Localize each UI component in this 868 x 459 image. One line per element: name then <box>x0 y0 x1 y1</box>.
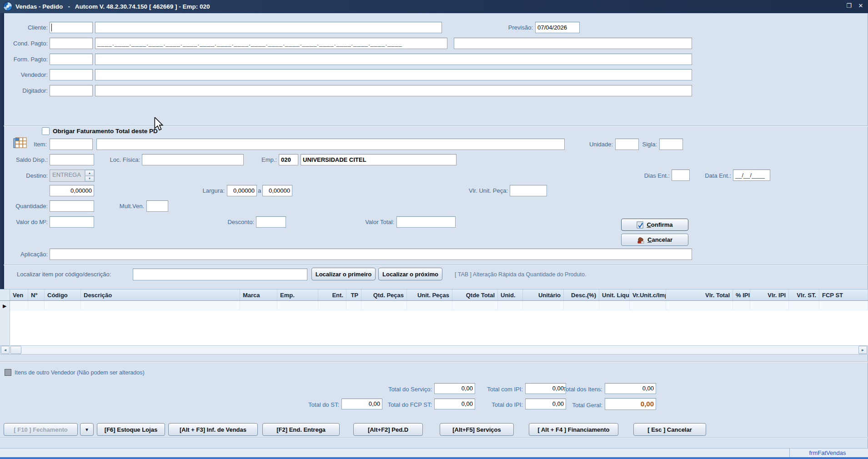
destino-spinner[interactable]: ENTREGA ▲ ▼ <box>50 170 95 182</box>
form-pagto-code-input[interactable] <box>50 54 93 65</box>
grid-column-header-7[interactable]: TP <box>346 289 361 300</box>
fechamento-dropdown-button[interactable]: ▼ <box>80 423 94 436</box>
scroll-right-icon[interactable]: ► <box>858 346 867 354</box>
cliente-name-input[interactable] <box>95 22 442 33</box>
cancelar-button[interactable]: Cancelar <box>621 234 688 246</box>
valor-total-input[interactable] <box>396 216 456 228</box>
grid-column-header-5[interactable]: Emp. <box>277 289 318 300</box>
mult-ven-input[interactable] <box>146 200 168 212</box>
grid-empty-cell-8 <box>361 301 407 310</box>
grid-column-header-20[interactable]: FCP ST <box>819 289 868 300</box>
grid-empty-cell-15 <box>630 301 666 310</box>
destino-spin-up-icon[interactable]: ▲ <box>85 170 94 176</box>
footer-button-altf3-inf-vendas[interactable]: [Alt + F3] Inf. de Vendas <box>168 423 258 436</box>
data-ent-input[interactable]: __/__/____ <box>733 170 770 181</box>
largura-ate-input[interactable]: 0,00000 <box>262 185 292 196</box>
footer-button-altf5-label: [Alt+F5] Serviços <box>452 426 501 433</box>
footer-button-altf5-servicos[interactable]: [Alt+F5] Serviços <box>440 423 514 436</box>
totals-section-divider <box>0 361 868 362</box>
largura-de-input[interactable]: 0,00000 <box>227 185 257 196</box>
grid-empty-cell-11 <box>498 301 523 310</box>
mouse-cursor <box>154 117 164 131</box>
grid-column-header-6[interactable]: Ent. <box>318 289 346 300</box>
confirma-button[interactable]: Confirma <box>621 219 688 231</box>
current-row-marker-icon: ▶ <box>3 303 6 309</box>
metragem-input[interactable]: 0,00000 <box>50 185 94 196</box>
grid-empty-cell-20 <box>819 301 868 310</box>
footer-button-esc-cancelar[interactable]: [ Esc ] Cancelar <box>633 423 706 436</box>
cond-pagto-mask-input[interactable]: ____.____.____.____.____.____.____.____.… <box>95 38 447 49</box>
sigla-input[interactable] <box>659 139 683 150</box>
destino-spin-down-icon[interactable]: ▼ <box>85 176 94 182</box>
previsao-input[interactable]: 07/04/2026 <box>535 22 580 33</box>
item-desc-input[interactable] <box>96 139 565 150</box>
grid-horizontal-scrollbar[interactable]: ◄ ► <box>0 345 868 354</box>
grid-empty-row[interactable] <box>10 301 868 310</box>
restore-window-icon[interactable]: ❐ <box>844 2 854 9</box>
grid-column-header-2[interactable]: Código <box>45 289 81 300</box>
vendedor-name-input[interactable] <box>95 69 692 80</box>
grid-column-header-14[interactable]: Unit. Líquido <box>599 289 630 300</box>
grid-column-header-3[interactable]: Descrição <box>81 289 240 300</box>
grid-column-header-17[interactable]: % IPI <box>733 289 750 300</box>
search-input[interactable] <box>133 269 307 280</box>
unidade-input[interactable] <box>615 139 639 150</box>
window-title: Vendas - Pedido - Autcom V. 48.2.30.74.1… <box>15 3 210 10</box>
find-next-button-label: Localizar o próximo <box>382 271 438 278</box>
aplicacao-input[interactable] <box>50 249 692 260</box>
form-pagto-desc-input[interactable] <box>95 54 692 65</box>
confirm-check-icon <box>637 221 644 229</box>
vendedor-code-input[interactable] <box>50 69 93 80</box>
footer-button-f2-end-entrega[interactable]: [F2] End. Entrega <box>262 423 340 436</box>
footer-button-altf2-pedd[interactable]: [Alt+F2] Ped.D <box>353 423 423 436</box>
grid-column-header-8[interactable]: Qtd. Peças <box>361 289 407 300</box>
loc-fisica-input[interactable] <box>142 154 244 165</box>
grid-column-header-1[interactable]: Nº <box>28 289 45 300</box>
footer-button-esc-label: [ Esc ] Cancelar <box>647 426 692 433</box>
footer-button-f6-estoque-lojas[interactable]: [F6] Estoque Lojas <box>97 423 165 436</box>
item-code-input[interactable] <box>50 139 93 150</box>
grid-column-header-15[interactable]: Vr.Unit.c/Imp <box>630 289 666 300</box>
valor-m2-input[interactable] <box>50 216 94 228</box>
emp-name-input[interactable]: UNIVERSIDADE CITEL <box>301 154 457 165</box>
vlr-unit-peca-input[interactable] <box>510 185 547 196</box>
grid-column-header-0[interactable]: Ven <box>10 289 28 300</box>
grid-column-header-12[interactable]: Unitário <box>523 289 564 300</box>
grid-column-header-18[interactable]: Vlr. IPI <box>750 289 789 300</box>
grid-column-header-11[interactable]: Unid. <box>498 289 523 300</box>
data-ent-label: Data Ent.: <box>700 172 731 179</box>
total-servico-value: 0,00 <box>434 383 475 394</box>
find-first-button[interactable]: Localizar o primeiro <box>311 268 376 280</box>
cond-pagto-code-input[interactable] <box>50 38 93 49</box>
grid-column-header-9[interactable]: Unit. Peças <box>407 289 452 300</box>
find-next-button[interactable]: Localizar o próximo <box>378 268 442 280</box>
grid-column-header-13[interactable]: Desc.(%) <box>564 289 599 300</box>
grid-column-header-16[interactable]: Vlr. Total <box>666 289 733 300</box>
cliente-code-input[interactable] <box>50 22 93 33</box>
grid-header-columns: VenNºCódigoDescriçãoMarcaEmp.Ent.TPQtd. … <box>10 289 868 300</box>
obrigar-faturamento-checkbox[interactable] <box>42 127 50 135</box>
footer-button-altf4-financiamento[interactable]: [ Alt + F4 ] Financiamento <box>529 423 618 436</box>
grid-column-header-19[interactable]: Vlr. ST. <box>789 289 819 300</box>
section-divider <box>4 125 868 126</box>
quantidade-label: Quantidade: <box>5 203 48 210</box>
grid-column-header-4[interactable]: Marca <box>240 289 277 300</box>
grid-body[interactable]: ▶ <box>0 301 868 345</box>
grid-column-header-10[interactable]: Qtde Total <box>452 289 498 300</box>
grid-empty-cell-9 <box>407 301 452 310</box>
search-label: Localizar item por código/descrição: <box>17 271 131 278</box>
text-caret <box>51 24 52 31</box>
desconto-input[interactable] <box>256 216 286 228</box>
grid-empty-cell-12 <box>523 301 564 310</box>
digitador-code-input[interactable] <box>50 85 93 96</box>
close-window-icon[interactable]: ✕ <box>856 2 866 9</box>
cond-pagto-desc-input[interactable] <box>454 38 692 49</box>
emp-code-input[interactable]: 020 <box>279 154 298 165</box>
dias-ent-input[interactable] <box>672 170 690 181</box>
scroll-left-icon[interactable]: ◄ <box>1 346 10 354</box>
saldo-disp-input[interactable] <box>50 154 94 165</box>
scrollbar-thumb[interactable] <box>10 346 21 354</box>
quantidade-input[interactable] <box>50 200 94 212</box>
digitador-name-input[interactable] <box>95 85 692 96</box>
other-vendor-legend-text: Itens de outro Vendedor (Não podem ser a… <box>15 369 145 376</box>
